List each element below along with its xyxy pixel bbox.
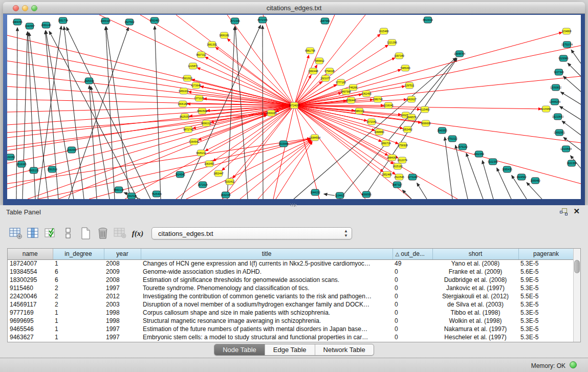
graph-node[interactable]: 6794028 xyxy=(324,68,335,74)
graph-node[interactable]: 6216045 xyxy=(383,102,394,108)
graph-node[interactable]: 2516065 xyxy=(16,161,27,167)
graph-node[interactable]: 7264541 xyxy=(189,139,199,145)
graph-node[interactable]: 9699695 xyxy=(421,120,431,126)
table-scrollbar[interactable] xyxy=(573,249,580,342)
graph-node[interactable]: 8813014 xyxy=(423,17,433,23)
graph-node[interactable]: 7624541 xyxy=(175,171,185,178)
show-column-button[interactable] xyxy=(25,225,42,242)
network-view[interactable]: 1872400718061811661305960731212158727901… xyxy=(7,15,581,199)
graph-node[interactable]: 9497568 xyxy=(341,89,351,95)
graph-node[interactable]: 1190352 xyxy=(7,154,15,160)
graph-node[interactable]: 1924502 xyxy=(516,174,527,180)
table-row[interactable]: 1830029562008Estimation of significance … xyxy=(8,276,574,284)
graph-node[interactable]: 1620354 xyxy=(567,160,577,166)
column-header-short[interactable]: short xyxy=(432,249,518,259)
graph-node[interactable]: 8625057 xyxy=(180,114,190,120)
graph-node[interactable]: 9872743 xyxy=(183,126,193,133)
graph-node[interactable]: 1615480 xyxy=(379,28,389,34)
graph-node[interactable]: 1095460 xyxy=(530,178,540,184)
tab-node-table[interactable]: Node Table xyxy=(214,344,265,355)
graph-node[interactable]: 1097349 xyxy=(394,53,404,59)
table-scrollbar-thumb[interactable] xyxy=(574,260,580,273)
graph-node[interactable]: 9560135 xyxy=(114,187,124,193)
graph-node[interactable]: 9605212 xyxy=(196,150,206,156)
graph-node[interactable]: 1890724 xyxy=(381,140,391,146)
column-header-pagerank[interactable]: pagerank xyxy=(518,249,574,259)
graph-node[interactable]: 2160650 xyxy=(67,147,77,153)
graph-node[interactable]: 9115460 xyxy=(420,106,429,113)
table-selector-dropdown[interactable]: citations_edges.txt ▲▼ xyxy=(151,227,352,239)
graph-node[interactable]: 16210643 xyxy=(552,114,563,120)
graph-node[interactable]: 8099556 xyxy=(361,191,372,198)
graph-node[interactable]: 1632045 xyxy=(221,192,231,198)
graph-node[interactable]: 1068860 xyxy=(374,129,384,135)
column-header-out-de-[interactable]: △out_de... xyxy=(393,249,432,259)
graph-node[interactable]: 1671614 xyxy=(198,182,208,188)
graph-node[interactable]: 1215872 xyxy=(188,63,198,69)
graph-node[interactable]: 1572346 xyxy=(230,18,240,24)
graph-node[interactable]: 1915845 xyxy=(278,141,289,147)
column-header-year[interactable]: year xyxy=(104,249,141,259)
table-row[interactable]: 977716911998Corpus callosum shape and si… xyxy=(8,309,574,317)
graph-node[interactable]: 1806181 xyxy=(219,32,229,38)
graph-node[interactable]: 1391518 xyxy=(126,193,137,199)
graph-node[interactable]: 1572040 xyxy=(366,119,377,125)
graph-node[interactable]: 12093832 xyxy=(550,84,561,91)
graph-node[interactable]: 1679232 xyxy=(458,144,468,150)
graph-node[interactable]: 9102356 xyxy=(488,159,498,165)
graph-node[interactable]: 8572336 xyxy=(257,17,268,23)
graph-node[interactable]: 1853447 xyxy=(213,170,224,177)
function-builder-button[interactable]: f(x) xyxy=(129,225,146,242)
table-row[interactable]: 2242004622012Investigating the contribut… xyxy=(8,292,574,300)
graph-node[interactable]: 1591518 xyxy=(47,166,57,172)
table-row[interactable]: 969969511998Structural magnetic resonanc… xyxy=(8,317,574,325)
graph-node[interactable]: 1687327 xyxy=(392,182,402,188)
graph-node[interactable]: 9153412 xyxy=(225,179,235,185)
graph-node[interactable]: 1612074 xyxy=(397,157,407,163)
column-header-name[interactable]: name xyxy=(8,249,53,259)
graph-node[interactable]: 7901913 xyxy=(182,75,192,81)
graph-node[interactable]: 6791022 xyxy=(447,136,458,142)
table-row[interactable]: 946554611997Estimation of the future num… xyxy=(8,325,574,333)
graph-node[interactable]: 9450202 xyxy=(179,88,189,94)
graph-node[interactable]: 5905135 xyxy=(29,167,39,173)
graph-node[interactable]: 19384554 xyxy=(309,135,320,141)
graph-node[interactable]: 7955812 xyxy=(314,58,324,64)
graph-node[interactable]: 1984055 xyxy=(12,19,23,25)
graph-node[interactable]: 15692951 xyxy=(554,129,565,136)
graph-node[interactable]: 1806182 xyxy=(178,101,188,107)
graph-node[interactable]: 7485063 xyxy=(400,65,410,71)
graph-node[interactable]: 8215958 xyxy=(541,106,551,112)
graph-node[interactable]: 1921077 xyxy=(320,75,331,81)
graph-node[interactable]: 1340557 xyxy=(25,23,35,29)
column-header-title[interactable]: title xyxy=(141,249,393,259)
graph-node[interactable]: 9756928 xyxy=(398,142,408,148)
graph-node[interactable]: 1063457 xyxy=(204,161,214,167)
graph-node[interactable]: 1362455 xyxy=(361,91,372,97)
graph-node[interactable]: 1661305 xyxy=(207,41,217,48)
graph-node[interactable]: 16648784 xyxy=(454,51,465,57)
graph-node[interactable]: 9860506 xyxy=(197,108,207,114)
delete-button[interactable] xyxy=(94,225,112,242)
graph-node[interactable]: 1297511 xyxy=(404,82,414,89)
table-settings-button[interactable] xyxy=(7,225,25,242)
graph-node[interactable]: 1080748 xyxy=(373,96,383,102)
graph-node[interactable]: 12444159 xyxy=(549,99,560,105)
graph-node[interactable]: 1044152 xyxy=(310,189,320,195)
graph-node[interactable]: 1527602 xyxy=(124,19,135,25)
graph-node[interactable]: 8696312 xyxy=(201,120,211,126)
graph-node[interactable]: 9463627 xyxy=(406,96,417,102)
graph-node[interactable]: 2056443 xyxy=(346,97,356,103)
select-all-button[interactable] xyxy=(42,225,59,242)
graph-node[interactable]: 1651734 xyxy=(58,17,68,24)
table-row[interactable]: 1872400712008Changes of HCN gene express… xyxy=(8,259,574,268)
graph-node[interactable]: 6302359 xyxy=(474,151,484,157)
graph-node[interactable]: 1953492 xyxy=(402,126,412,133)
tab-edge-table[interactable]: Edge Table xyxy=(265,344,315,355)
table-row[interactable]: 946362711997Embryonic stem cells: a mode… xyxy=(8,333,574,341)
graph-node[interactable]: 9777169 xyxy=(336,79,346,85)
graph-node[interactable]: 9227343 xyxy=(554,69,564,75)
table-row[interactable]: 1456911722003Disruption of a novel membe… xyxy=(8,300,574,309)
graph-node[interactable]: 1065328 xyxy=(100,18,111,24)
graph-node[interactable]: 9607312 xyxy=(196,52,206,58)
